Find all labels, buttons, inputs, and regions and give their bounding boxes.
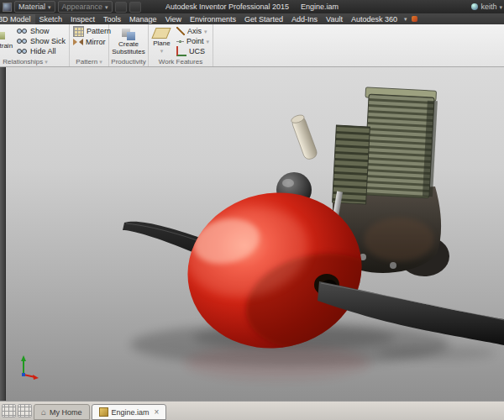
tab-autodesk-360[interactable]: Autodesk 360 <box>347 14 402 24</box>
work-features-panel: Plane ▾ Axis ▾ Point ▾ <box>149 24 213 66</box>
pattern-icon <box>73 26 84 37</box>
pattern-button[interactable]: Pattern <box>71 26 113 36</box>
chevron-down-icon: ▾ <box>48 4 51 10</box>
glasses-icon <box>17 28 28 34</box>
ribbon-tabs: 3D Model Sketch Inspect Tools Manage Vie… <box>0 14 417 24</box>
chevron-down-icon[interactable]: ▾ <box>402 16 410 23</box>
y-axis-arrow <box>21 355 26 361</box>
mirror-icon <box>73 38 83 46</box>
ribbon-empty-area <box>213 24 504 66</box>
ucs-label: UCS <box>189 47 205 55</box>
material-swatch-icon <box>3 3 12 12</box>
chevron-down-icon: ▾ <box>204 29 207 34</box>
show-label: Show <box>30 27 50 35</box>
show-sick-label: Show Sick <box>30 37 66 45</box>
constrain-button[interactable]: Constrain <box>0 26 13 56</box>
ucs-button[interactable]: UCS <box>175 46 211 56</box>
my-home-tab[interactable]: ⌂ My Home <box>34 404 90 420</box>
ribbon: Constrain Show Show Sick Hide All <box>0 24 504 67</box>
substitutes-label: Substitutes <box>112 49 145 56</box>
chevron-down-icon: ▾ <box>160 48 164 54</box>
tab-view[interactable]: View <box>161 14 186 24</box>
home-icon: ⌂ <box>41 408 46 417</box>
arrange-windows-icon[interactable] <box>18 404 32 417</box>
show-button[interactable]: Show <box>15 26 67 36</box>
plane-icon <box>152 28 171 39</box>
substitutes-icon <box>120 27 137 40</box>
pattern-label: Pattern <box>87 27 111 35</box>
mirror-button[interactable]: Mirror <box>71 37 108 47</box>
point-label: Point <box>186 37 204 45</box>
quick-access-toolbar: Material ▾ Appearance ▾ <box>0 1 141 13</box>
tab-environments[interactable]: Environments <box>186 14 240 24</box>
hide-all-label: Hide All <box>30 47 56 55</box>
tab-get-started[interactable]: Get Started <box>240 14 287 24</box>
appearance-label: Appearance <box>62 3 103 11</box>
create-substitutes-button[interactable]: Create Substitutes <box>111 26 146 56</box>
ribbon-tab-bar: 3D Model Sketch Inspect Tools Manage Vie… <box>0 13 504 24</box>
origin-point <box>22 373 25 376</box>
ucs-icon <box>176 46 186 56</box>
tile-windows-icon[interactable] <box>2 404 16 417</box>
relationships-panel-label[interactable]: Relationships ▾ <box>0 56 69 66</box>
title-bar: Material ▾ Appearance ▾ Autodesk Invento… <box>0 0 504 13</box>
infocenter-icon[interactable] <box>412 16 417 22</box>
productivity-panel: Create Substitutes Productivity <box>109 24 149 66</box>
browser-panel-collapsed[interactable] <box>0 67 6 402</box>
glasses-icon <box>17 48 28 55</box>
constrain-icon <box>0 27 7 42</box>
hide-all-button[interactable]: Hide All <box>15 46 67 56</box>
carburetor[interactable] <box>291 113 319 160</box>
account-area[interactable]: keith ▾ <box>471 0 502 13</box>
account-icon <box>471 3 478 10</box>
pattern-panel: Pattern Mirror Pattern ▾ <box>70 24 109 66</box>
tab-3d-model[interactable]: 3D Model <box>0 14 35 24</box>
engine-tab-label: Engine.iam <box>112 408 150 417</box>
tab-inspect[interactable]: Inspect <box>66 14 99 24</box>
close-icon[interactable]: × <box>153 408 160 417</box>
document-title: Engine.iam <box>301 3 339 11</box>
chevron-down-icon: ▾ <box>105 4 108 10</box>
axis-button[interactable]: Axis ▾ <box>175 26 211 36</box>
point-icon <box>176 38 184 45</box>
tab-manage[interactable]: Manage <box>125 14 161 24</box>
qat-extra-icon[interactable] <box>115 2 127 13</box>
graphics-viewport[interactable] <box>0 67 504 402</box>
assembly-file-icon <box>99 407 108 417</box>
work-features-panel-label[interactable]: Work Features <box>149 56 213 66</box>
constrain-label: Constrain <box>0 43 13 50</box>
origin-triad-indicator <box>17 353 40 381</box>
document-tab-bar: ⌂ My Home Engine.iam × <box>0 401 504 420</box>
x-axis-arrow <box>33 375 39 380</box>
mirror-label: Mirror <box>86 38 106 46</box>
tab-add-ins[interactable]: Add-Ins <box>287 14 322 24</box>
tab-sketch[interactable]: Sketch <box>35 14 67 24</box>
point-button[interactable]: Point ▾ <box>175 36 211 46</box>
axis-label: Axis <box>187 27 202 35</box>
chevron-down-icon: ▾ <box>99 59 102 65</box>
app-title: Autodesk Inventor Professional 2015 <box>165 3 289 11</box>
pattern-panel-label[interactable]: Pattern ▾ <box>70 56 108 66</box>
material-label: Material <box>18 3 45 11</box>
axis-icon <box>176 27 185 35</box>
material-dropdown[interactable]: Material ▾ <box>14 1 55 13</box>
qat-extra-icon[interactable] <box>129 2 141 13</box>
tab-vault[interactable]: Vault <box>322 14 347 24</box>
engine-document-tab[interactable]: Engine.iam × <box>92 404 167 420</box>
plane-label: Plane <box>153 40 170 48</box>
appearance-dropdown[interactable]: Appearance ▾ <box>58 1 113 13</box>
inventor-window: Material ▾ Appearance ▾ Autodesk Invento… <box>0 0 504 420</box>
productivity-panel-label[interactable]: Productivity <box>109 56 148 66</box>
relationships-panel: Constrain Show Show Sick Hide All <box>0 24 70 66</box>
chevron-down-icon: ▾ <box>45 59 48 65</box>
show-sick-button[interactable]: Show Sick <box>15 36 67 46</box>
plane-button[interactable]: Plane ▾ <box>150 26 173 56</box>
account-label: keith <box>480 3 496 11</box>
chevron-down-icon: ▾ <box>499 4 502 10</box>
my-home-tab-label: My Home <box>50 408 82 417</box>
engine-assembly-model[interactable] <box>0 67 504 402</box>
chevron-down-icon: ▾ <box>206 39 209 45</box>
glasses-icon <box>17 38 28 45</box>
tab-tools[interactable]: Tools <box>99 14 125 24</box>
